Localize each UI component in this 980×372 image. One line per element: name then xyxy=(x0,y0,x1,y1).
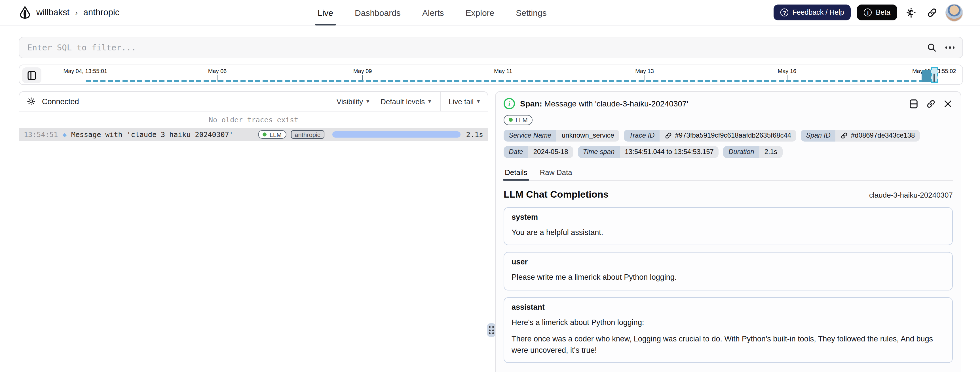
link-chain-icon xyxy=(665,131,672,139)
copy-span-link-button[interactable] xyxy=(926,98,936,109)
beta-button[interactable]: i Beta xyxy=(857,5,897,21)
top-header: willbakst › anthropic Live Dashboards Al… xyxy=(0,0,980,25)
timeline-tick-label: May 11 xyxy=(494,68,512,74)
logfire-flame-logo-icon[interactable] xyxy=(19,6,31,19)
connection-status: Connected xyxy=(42,97,79,106)
info-green-icon: i xyxy=(504,98,515,109)
live-tail-dropdown[interactable]: Live tail▼ xyxy=(449,97,481,106)
timeline-bar[interactable]: May 04, 13:55:01 May 06 May 09 May 11 Ma… xyxy=(19,65,963,85)
default-levels-dropdown[interactable]: Default levels▼ xyxy=(380,97,432,106)
link-chain-icon xyxy=(926,7,937,18)
breadcrumb-project[interactable]: anthropic xyxy=(83,7,120,17)
visibility-dropdown[interactable]: Visibility▼ xyxy=(337,97,370,106)
message-text: Here's a limerick about Python logging: xyxy=(512,317,945,328)
timeline-dashed-track xyxy=(86,80,931,82)
span-detail-tabs: Details Raw Data xyxy=(504,165,953,180)
main-content: Connected Visibility▼ Default levels▼ Li… xyxy=(19,91,961,372)
search-button[interactable] xyxy=(926,42,937,53)
tab-details[interactable]: Details xyxy=(504,165,528,180)
settings-gear-button[interactable] xyxy=(26,96,36,106)
share-link-button[interactable] xyxy=(924,5,939,20)
llm-section-header: LLM Chat Completions claude-3-haiku-2024… xyxy=(504,189,953,200)
panel-resize-grip[interactable] xyxy=(487,323,496,337)
split-panel-icon xyxy=(909,99,918,108)
auto-theme-moon-icon xyxy=(905,7,916,18)
feedback-help-label: Feedback / Help xyxy=(792,8,844,16)
span-detail-panel: i Span: Message with 'claude-3-haiku-202… xyxy=(495,91,961,372)
app: willbakst › anthropic Live Dashboards Al… xyxy=(0,0,980,372)
theme-toggle-button[interactable] xyxy=(904,5,918,20)
message-role: system xyxy=(512,213,945,221)
close-icon xyxy=(943,100,952,108)
attr-span-id[interactable]: Span ID #d08697de343ce138 xyxy=(801,129,920,141)
span-diamond-icon: ◆ xyxy=(62,131,66,138)
timeline-histogram-spike xyxy=(922,70,931,82)
message-text: There once was a coder who knew, Logging… xyxy=(512,334,945,356)
vendor-tag-badge: anthropic xyxy=(291,130,325,139)
timeline-tick-label: May 04, 13:55:01 xyxy=(64,68,107,74)
llm-tag-badge: LLM xyxy=(504,115,533,125)
trace-row-selected[interactable]: 13:54:51 ◆ Message with 'claude-3-haiku-… xyxy=(19,128,488,141)
user-avatar[interactable] xyxy=(945,4,963,21)
no-older-traces-message: No older traces exist xyxy=(19,112,488,128)
breadcrumb: willbakst › anthropic xyxy=(19,6,119,19)
info-circle-icon: i xyxy=(864,8,872,16)
breadcrumb-separator: › xyxy=(75,8,78,17)
tab-live[interactable]: Live xyxy=(318,0,333,25)
trace-title: Message with 'claude-3-haiku-20240307' xyxy=(71,130,233,139)
split-view-button[interactable] xyxy=(908,98,919,109)
llm-tag-badge: LLM xyxy=(258,130,286,139)
timeline-tick-label: May 06 xyxy=(208,68,227,74)
tab-settings[interactable]: Settings xyxy=(516,0,546,25)
timeline-tick-label: May 09 xyxy=(353,68,372,74)
chevron-down-icon: ▼ xyxy=(476,98,481,104)
close-span-button[interactable] xyxy=(943,98,953,109)
message-text: You are a helpful assistant. xyxy=(512,227,945,238)
tab-explore[interactable]: Explore xyxy=(466,0,495,25)
tab-raw-data[interactable]: Raw Data xyxy=(539,165,573,180)
more-options-button[interactable] xyxy=(945,47,955,49)
trace-list-panel: Connected Visibility▼ Default levels▼ Li… xyxy=(19,91,488,372)
trace-duration-bar xyxy=(332,131,460,138)
trace-timestamp: 13:54:51 xyxy=(24,130,58,139)
chevron-down-icon: ▼ xyxy=(427,98,432,104)
green-dot-icon xyxy=(509,118,513,122)
message-card-assistant: assistant Here's a limerick about Python… xyxy=(504,297,953,363)
main-nav: Live Dashboards Alerts Explore Settings xyxy=(318,0,547,25)
message-text: Please write me a limerick about Python … xyxy=(512,272,945,283)
tab-dashboards[interactable]: Dashboards xyxy=(355,0,401,25)
timeline-tick-label: May 16 xyxy=(778,68,797,74)
sql-filter-input[interactable] xyxy=(27,43,926,52)
green-dot-icon xyxy=(262,133,267,136)
section-title: LLM Chat Completions xyxy=(504,189,609,200)
divider xyxy=(440,92,441,111)
link-chain-icon xyxy=(841,131,848,139)
span-attributes-row-1: Service Name unknown_service Trace ID #9… xyxy=(504,129,953,141)
link-chain-icon xyxy=(926,99,935,108)
sidebar-toggle-button[interactable] xyxy=(22,67,41,83)
message-card-user: user Please write me a limerick about Py… xyxy=(504,252,953,290)
panel-layout-icon xyxy=(27,71,36,80)
attr-trace-id[interactable]: Trace ID #973fba5919cf9c618aafdb2635f68c… xyxy=(624,129,796,141)
span-attributes-row-2: Date 2024-05-18 Time span 13:54:51.044 t… xyxy=(504,146,953,158)
message-role: assistant xyxy=(512,302,945,311)
sql-filter-bar xyxy=(19,37,963,58)
span-header: i Span: Message with 'claude-3-haiku-202… xyxy=(496,92,961,114)
span-title: Span: Message with 'claude-3-haiku-20240… xyxy=(520,99,688,108)
active-tab-underline xyxy=(315,24,336,25)
search-icon xyxy=(926,43,937,53)
attr-service-name: Service Name unknown_service xyxy=(504,129,619,141)
question-circle-icon: ? xyxy=(781,8,789,16)
timeline-tick-label: May 13 xyxy=(635,68,654,74)
gear-icon xyxy=(27,97,36,106)
timeline-live-selection[interactable] xyxy=(931,67,938,83)
chevron-down-icon: ▼ xyxy=(365,98,370,104)
feedback-help-button[interactable]: ? Feedback / Help xyxy=(774,5,851,21)
attr-duration: Duration 2.1s xyxy=(723,146,782,158)
breadcrumb-org[interactable]: willbakst xyxy=(36,7,70,17)
timeline-cursor xyxy=(934,74,935,82)
message-card-system: system You are a helpful assistant. xyxy=(504,207,953,245)
tab-alerts[interactable]: Alerts xyxy=(422,0,444,25)
attr-date: Date 2024-05-18 xyxy=(504,146,573,158)
beta-label: Beta xyxy=(876,8,890,16)
